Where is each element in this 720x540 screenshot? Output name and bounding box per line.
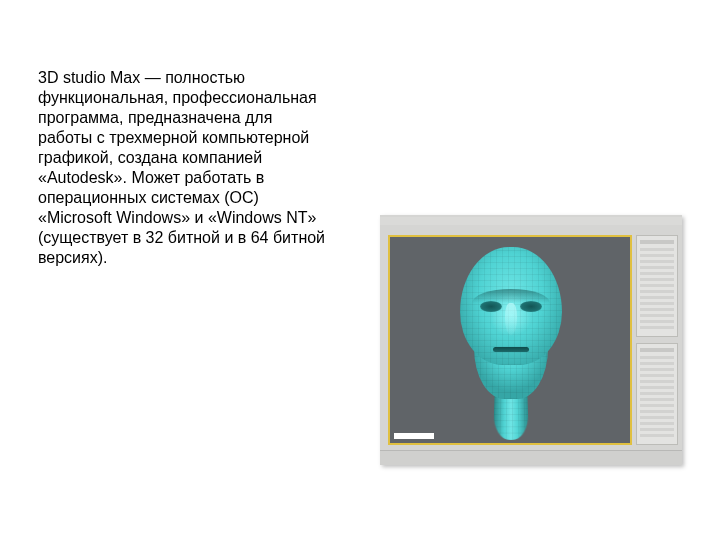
model-nose: [505, 303, 517, 335]
model-eye-right: [520, 301, 542, 312]
model-mouth: [493, 347, 529, 352]
viewport-label: [394, 433, 434, 439]
app-menubar: [380, 217, 682, 225]
command-panel-top: [636, 235, 678, 337]
description-text: 3D studio Max — полностью функциональная…: [38, 68, 328, 268]
viewport-perspective: [388, 235, 632, 445]
model-eye-left: [480, 301, 502, 312]
embedded-screenshot: [380, 215, 682, 465]
head-model: [446, 245, 574, 441]
status-bar: [380, 450, 682, 465]
command-panel-bottom: [636, 343, 678, 445]
